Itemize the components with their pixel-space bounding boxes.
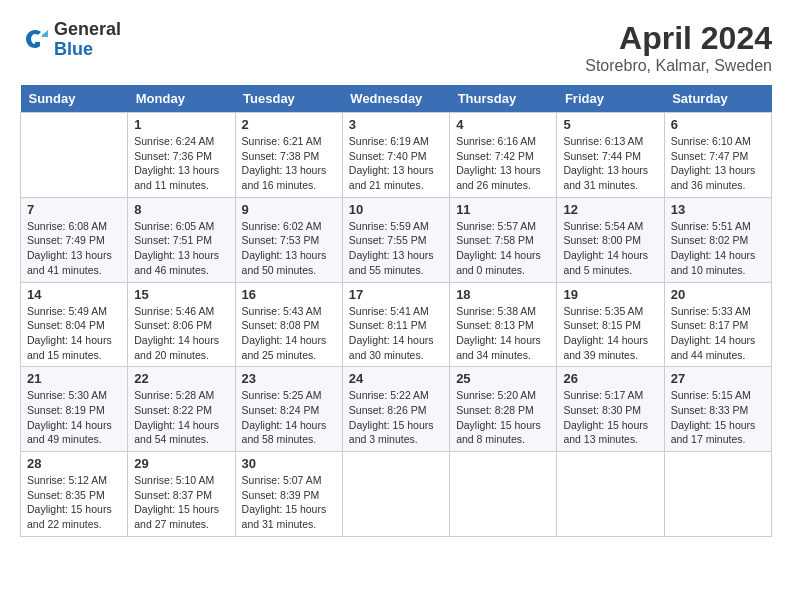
- calendar-cell: 27Sunrise: 5:15 AMSunset: 8:33 PMDayligh…: [664, 367, 771, 452]
- cell-info: Sunrise: 5:22 AMSunset: 8:26 PMDaylight:…: [349, 388, 443, 447]
- calendar-cell: 12Sunrise: 5:54 AMSunset: 8:00 PMDayligh…: [557, 197, 664, 282]
- cell-day-number: 1: [134, 117, 228, 132]
- cell-day-number: 15: [134, 287, 228, 302]
- cell-info: Sunrise: 5:35 AMSunset: 8:15 PMDaylight:…: [563, 304, 657, 363]
- calendar-cell: 13Sunrise: 5:51 AMSunset: 8:02 PMDayligh…: [664, 197, 771, 282]
- cell-info: Sunrise: 6:16 AMSunset: 7:42 PMDaylight:…: [456, 134, 550, 193]
- cell-day-number: 3: [349, 117, 443, 132]
- calendar-cell: 3Sunrise: 6:19 AMSunset: 7:40 PMDaylight…: [342, 113, 449, 198]
- cell-day-number: 10: [349, 202, 443, 217]
- cell-info: Sunrise: 6:08 AMSunset: 7:49 PMDaylight:…: [27, 219, 121, 278]
- cell-info: Sunrise: 5:51 AMSunset: 8:02 PMDaylight:…: [671, 219, 765, 278]
- calendar-cell: 10Sunrise: 5:59 AMSunset: 7:55 PMDayligh…: [342, 197, 449, 282]
- cell-info: Sunrise: 5:30 AMSunset: 8:19 PMDaylight:…: [27, 388, 121, 447]
- cell-day-number: 2: [242, 117, 336, 132]
- cell-day-number: 27: [671, 371, 765, 386]
- header-friday: Friday: [557, 85, 664, 113]
- location-title: Storebro, Kalmar, Sweden: [585, 57, 772, 75]
- calendar-table: SundayMondayTuesdayWednesdayThursdayFrid…: [20, 85, 772, 537]
- cell-day-number: 30: [242, 456, 336, 471]
- cell-info: Sunrise: 5:54 AMSunset: 8:00 PMDaylight:…: [563, 219, 657, 278]
- cell-info: Sunrise: 5:38 AMSunset: 8:13 PMDaylight:…: [456, 304, 550, 363]
- cell-day-number: 5: [563, 117, 657, 132]
- calendar-cell: 5Sunrise: 6:13 AMSunset: 7:44 PMDaylight…: [557, 113, 664, 198]
- calendar-cell: 22Sunrise: 5:28 AMSunset: 8:22 PMDayligh…: [128, 367, 235, 452]
- logo-blue: Blue: [54, 40, 121, 60]
- cell-info: Sunrise: 5:28 AMSunset: 8:22 PMDaylight:…: [134, 388, 228, 447]
- cell-info: Sunrise: 6:10 AMSunset: 7:47 PMDaylight:…: [671, 134, 765, 193]
- cell-day-number: 13: [671, 202, 765, 217]
- cell-info: Sunrise: 5:17 AMSunset: 8:30 PMDaylight:…: [563, 388, 657, 447]
- logo-text: General Blue: [54, 20, 121, 60]
- cell-day-number: 19: [563, 287, 657, 302]
- calendar-header-row: SundayMondayTuesdayWednesdayThursdayFrid…: [21, 85, 772, 113]
- calendar-cell: 20Sunrise: 5:33 AMSunset: 8:17 PMDayligh…: [664, 282, 771, 367]
- cell-day-number: 24: [349, 371, 443, 386]
- header-tuesday: Tuesday: [235, 85, 342, 113]
- calendar-cell: 15Sunrise: 5:46 AMSunset: 8:06 PMDayligh…: [128, 282, 235, 367]
- cell-info: Sunrise: 6:13 AMSunset: 7:44 PMDaylight:…: [563, 134, 657, 193]
- cell-day-number: 6: [671, 117, 765, 132]
- cell-day-number: 23: [242, 371, 336, 386]
- week-row-5: 28Sunrise: 5:12 AMSunset: 8:35 PMDayligh…: [21, 452, 772, 537]
- calendar-cell: [557, 452, 664, 537]
- calendar-cell: [21, 113, 128, 198]
- cell-info: Sunrise: 5:07 AMSunset: 8:39 PMDaylight:…: [242, 473, 336, 532]
- calendar-cell: 30Sunrise: 5:07 AMSunset: 8:39 PMDayligh…: [235, 452, 342, 537]
- calendar-cell: 24Sunrise: 5:22 AMSunset: 8:26 PMDayligh…: [342, 367, 449, 452]
- cell-info: Sunrise: 5:12 AMSunset: 8:35 PMDaylight:…: [27, 473, 121, 532]
- calendar-cell: 6Sunrise: 6:10 AMSunset: 7:47 PMDaylight…: [664, 113, 771, 198]
- cell-info: Sunrise: 5:20 AMSunset: 8:28 PMDaylight:…: [456, 388, 550, 447]
- cell-day-number: 7: [27, 202, 121, 217]
- calendar-cell: [450, 452, 557, 537]
- cell-day-number: 21: [27, 371, 121, 386]
- cell-info: Sunrise: 6:19 AMSunset: 7:40 PMDaylight:…: [349, 134, 443, 193]
- cell-info: Sunrise: 5:57 AMSunset: 7:58 PMDaylight:…: [456, 219, 550, 278]
- cell-info: Sunrise: 5:59 AMSunset: 7:55 PMDaylight:…: [349, 219, 443, 278]
- cell-day-number: 28: [27, 456, 121, 471]
- header-wednesday: Wednesday: [342, 85, 449, 113]
- cell-day-number: 22: [134, 371, 228, 386]
- cell-day-number: 4: [456, 117, 550, 132]
- calendar-cell: 14Sunrise: 5:49 AMSunset: 8:04 PMDayligh…: [21, 282, 128, 367]
- cell-info: Sunrise: 6:02 AMSunset: 7:53 PMDaylight:…: [242, 219, 336, 278]
- cell-day-number: 14: [27, 287, 121, 302]
- cell-day-number: 29: [134, 456, 228, 471]
- week-row-4: 21Sunrise: 5:30 AMSunset: 8:19 PMDayligh…: [21, 367, 772, 452]
- calendar-cell: 2Sunrise: 6:21 AMSunset: 7:38 PMDaylight…: [235, 113, 342, 198]
- cell-day-number: 17: [349, 287, 443, 302]
- week-row-2: 7Sunrise: 6:08 AMSunset: 7:49 PMDaylight…: [21, 197, 772, 282]
- cell-day-number: 26: [563, 371, 657, 386]
- cell-info: Sunrise: 5:33 AMSunset: 8:17 PMDaylight:…: [671, 304, 765, 363]
- header-sunday: Sunday: [21, 85, 128, 113]
- calendar-cell: 7Sunrise: 6:08 AMSunset: 7:49 PMDaylight…: [21, 197, 128, 282]
- calendar-cell: 1Sunrise: 6:24 AMSunset: 7:36 PMDaylight…: [128, 113, 235, 198]
- calendar-cell: 29Sunrise: 5:10 AMSunset: 8:37 PMDayligh…: [128, 452, 235, 537]
- cell-day-number: 11: [456, 202, 550, 217]
- calendar-cell: 19Sunrise: 5:35 AMSunset: 8:15 PMDayligh…: [557, 282, 664, 367]
- cell-info: Sunrise: 5:15 AMSunset: 8:33 PMDaylight:…: [671, 388, 765, 447]
- cell-info: Sunrise: 5:49 AMSunset: 8:04 PMDaylight:…: [27, 304, 121, 363]
- calendar-cell: 18Sunrise: 5:38 AMSunset: 8:13 PMDayligh…: [450, 282, 557, 367]
- cell-info: Sunrise: 6:24 AMSunset: 7:36 PMDaylight:…: [134, 134, 228, 193]
- cell-info: Sunrise: 6:21 AMSunset: 7:38 PMDaylight:…: [242, 134, 336, 193]
- logo-icon: [20, 25, 50, 55]
- week-row-3: 14Sunrise: 5:49 AMSunset: 8:04 PMDayligh…: [21, 282, 772, 367]
- calendar-cell: [664, 452, 771, 537]
- cell-day-number: 12: [563, 202, 657, 217]
- logo: General Blue: [20, 20, 121, 60]
- cell-info: Sunrise: 5:43 AMSunset: 8:08 PMDaylight:…: [242, 304, 336, 363]
- calendar-cell: 9Sunrise: 6:02 AMSunset: 7:53 PMDaylight…: [235, 197, 342, 282]
- calendar-cell: 16Sunrise: 5:43 AMSunset: 8:08 PMDayligh…: [235, 282, 342, 367]
- calendar-cell: 26Sunrise: 5:17 AMSunset: 8:30 PMDayligh…: [557, 367, 664, 452]
- calendar-cell: 23Sunrise: 5:25 AMSunset: 8:24 PMDayligh…: [235, 367, 342, 452]
- cell-info: Sunrise: 5:46 AMSunset: 8:06 PMDaylight:…: [134, 304, 228, 363]
- calendar-cell: 11Sunrise: 5:57 AMSunset: 7:58 PMDayligh…: [450, 197, 557, 282]
- calendar-cell: 21Sunrise: 5:30 AMSunset: 8:19 PMDayligh…: [21, 367, 128, 452]
- header-monday: Monday: [128, 85, 235, 113]
- logo-general: General: [54, 20, 121, 40]
- calendar-cell: 17Sunrise: 5:41 AMSunset: 8:11 PMDayligh…: [342, 282, 449, 367]
- header: General Blue April 2024 Storebro, Kalmar…: [20, 20, 772, 75]
- cell-day-number: 8: [134, 202, 228, 217]
- cell-day-number: 20: [671, 287, 765, 302]
